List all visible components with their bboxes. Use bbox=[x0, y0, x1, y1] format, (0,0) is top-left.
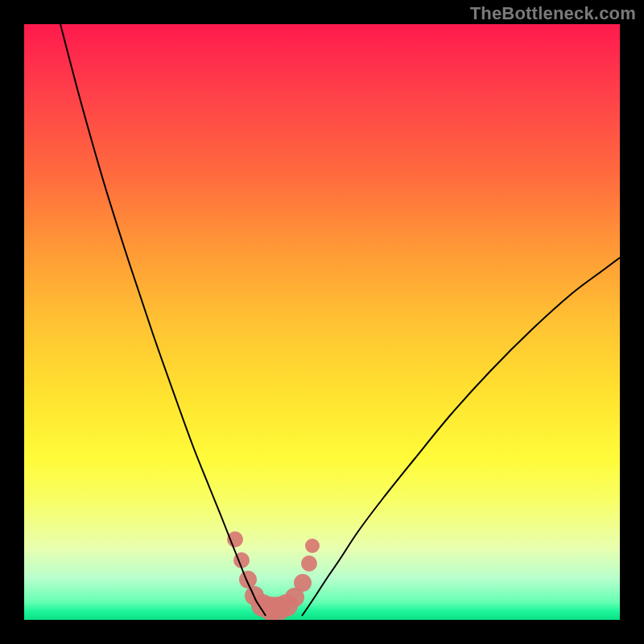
left-curve bbox=[60, 24, 266, 616]
marker-dot bbox=[305, 539, 320, 553]
chart-svg bbox=[24, 24, 620, 620]
chart-frame: TheBottleneck.com bbox=[0, 0, 644, 644]
marker-dot bbox=[301, 555, 317, 572]
marker-dot bbox=[294, 574, 312, 592]
watermark-text: TheBottleneck.com bbox=[470, 3, 636, 24]
marker-dot bbox=[239, 571, 257, 588]
plot-area bbox=[24, 24, 620, 620]
right-curve bbox=[302, 258, 620, 616]
marker-group bbox=[227, 531, 320, 620]
